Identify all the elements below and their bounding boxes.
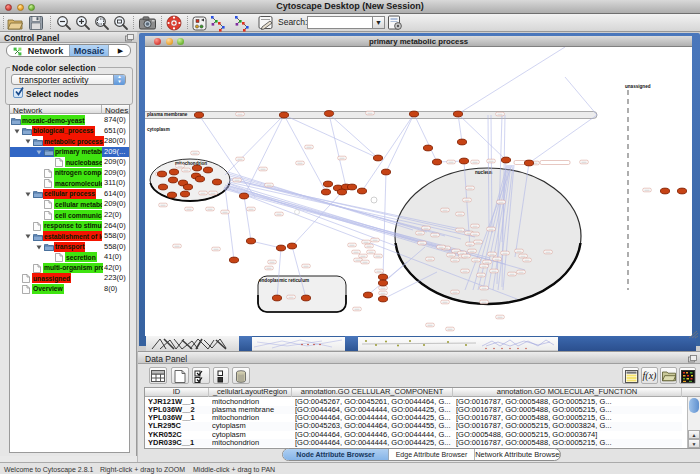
svg-text:nucleus: nucleus — [475, 170, 493, 175]
svg-text:plasma membrane: plasma membrane — [147, 112, 188, 117]
svg-text:cytoplasm: cytoplasm — [147, 127, 170, 132]
svg-text:unassigned: unassigned — [625, 84, 651, 89]
